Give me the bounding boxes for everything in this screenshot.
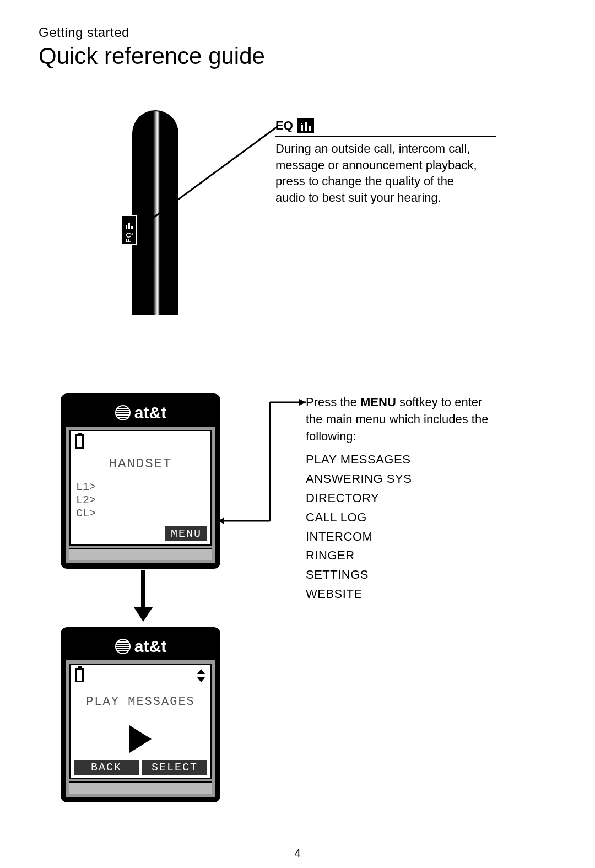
svg-marker-12	[299, 399, 306, 406]
page-number: 4	[0, 847, 595, 860]
menu-item: SETTINGS	[306, 567, 493, 584]
bezel-bar	[69, 781, 212, 794]
menu-intro-bold: MENU	[360, 395, 396, 409]
battery-icon	[75, 434, 84, 449]
brand-bar: at&t	[66, 633, 215, 660]
brand-bar: at&t	[66, 399, 215, 427]
eq-heading-text: EQ	[275, 118, 293, 133]
equalizer-icon	[298, 118, 314, 133]
page-title: Quick reference guide	[39, 43, 265, 69]
lcd-screen: HANDSET L1> L2> CL> MENU	[69, 430, 212, 546]
handset-side-illustration	[110, 110, 176, 314]
menu-item: ANSWERING SYS	[306, 471, 493, 488]
scroll-indicator-icon	[196, 668, 206, 683]
menu-item: CALL LOG	[306, 509, 493, 526]
eq-callout: EQ During an outside call, intercom call…	[275, 118, 485, 206]
eq-heading: EQ	[275, 118, 485, 133]
svg-rect-8	[301, 123, 302, 124]
callout-arrow-menu	[215, 397, 309, 529]
eq-button-label: EQ	[125, 232, 133, 242]
eq-button[interactable]: EQ	[121, 215, 137, 245]
lcd-screen: PLAY MESSAGES BACK SELECT	[69, 664, 212, 779]
line-1: L1>	[76, 481, 96, 494]
screen-title: HANDSET	[71, 456, 210, 471]
divider	[275, 136, 496, 137]
phone-illustration-handset-screen: at&t HANDSET L1> L2> CL> MENU	[61, 393, 220, 569]
svg-rect-5	[301, 125, 303, 131]
back-softkey[interactable]: BACK	[74, 760, 139, 775]
down-arrow-icon	[129, 568, 157, 623]
battery-icon	[75, 668, 84, 682]
equalizer-icon	[125, 222, 133, 230]
menu-item: DIRECTORY	[306, 490, 493, 507]
svg-rect-7	[309, 126, 311, 131]
brand-text: at&t	[134, 403, 166, 422]
play-icon	[129, 725, 152, 753]
menu-item: PLAY MESSAGES	[306, 451, 493, 468]
page-header: Getting started Quick reference guide	[39, 25, 265, 69]
phone-illustration-play-messages: at&t PLAY MESSAGES BACK SELECT	[61, 627, 220, 802]
screen-title: PLAY MESSAGES	[71, 695, 210, 709]
svg-marker-17	[134, 607, 153, 622]
brand-text: at&t	[134, 637, 166, 656]
eq-description: During an outside call, intercom call, m…	[275, 141, 485, 206]
section-pretitle: Getting started	[39, 25, 265, 40]
menu-item-list: PLAY MESSAGES ANSWERING SYS DIRECTORY CA…	[306, 451, 493, 602]
menu-item: RINGER	[306, 547, 493, 564]
menu-item: INTERCOM	[306, 529, 493, 546]
att-globe-icon	[115, 405, 131, 421]
bezel-bar	[69, 548, 212, 560]
menu-softkey[interactable]: MENU	[165, 526, 207, 541]
svg-rect-0	[126, 225, 127, 229]
att-globe-icon	[115, 638, 131, 655]
page: Getting started Quick reference guide EQ…	[0, 0, 595, 868]
menu-intro: Press the MENU softkey to enter the main…	[306, 394, 493, 445]
line-indicators: L1> L2> CL>	[76, 481, 96, 520]
svg-rect-2	[131, 226, 133, 229]
menu-intro-prefix: Press the	[306, 395, 360, 409]
select-softkey[interactable]: SELECT	[142, 760, 207, 775]
svg-marker-20	[197, 677, 205, 682]
svg-marker-19	[197, 669, 205, 674]
menu-item: WEBSITE	[306, 586, 493, 603]
svg-rect-6	[305, 122, 307, 131]
svg-rect-1	[128, 223, 130, 229]
line-cl: CL>	[76, 507, 96, 520]
line-2: L2>	[76, 494, 96, 507]
menu-callout: Press the MENU softkey to enter the main…	[306, 394, 493, 605]
